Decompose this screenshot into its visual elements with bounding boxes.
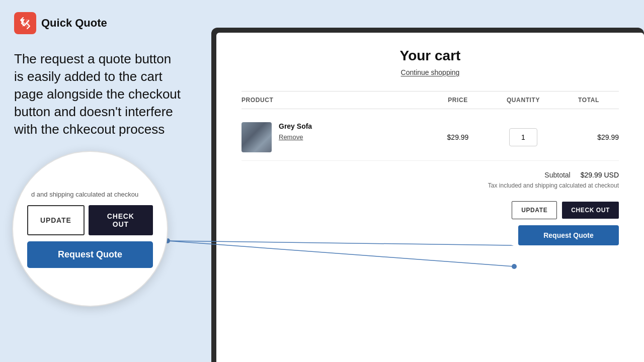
update-button-large[interactable]: UPDATE — [27, 205, 85, 235]
svg-rect-0 — [19, 17, 31, 29]
request-quote-button-large[interactable]: Request Quote — [27, 241, 153, 268]
logo-icon — [14, 12, 36, 34]
col-total: TOTAL — [558, 97, 619, 104]
logo-row: Quick Quote — [14, 12, 182, 34]
col-quantity: QUANTITY — [488, 97, 558, 104]
update-button-small[interactable]: UPDATE — [512, 201, 557, 219]
magnifier-content: d and shipping calculated at checkou UPD… — [13, 152, 167, 306]
product-quantity — [488, 128, 558, 146]
cart-page: Your cart Continue shopping PRODUCT PRIC… — [216, 33, 644, 362]
checkout-button-small[interactable]: CHECK OUT — [562, 202, 619, 219]
cart-title: Your cart — [242, 48, 619, 64]
subtotal-value: $29.99 USD — [581, 171, 619, 179]
tax-note: Tax included and shipping calculated at … — [242, 182, 619, 189]
magnifier-partial-tax: d and shipping calculated at checkou — [27, 191, 153, 198]
product-image — [242, 122, 272, 152]
continue-shopping-link[interactable]: Continue shopping — [401, 68, 460, 76]
description-text: The request a quote button is easily add… — [14, 50, 182, 138]
product-name: Grey Sofa — [279, 122, 312, 130]
checkout-button-large[interactable]: CHECK OUT — [89, 205, 153, 235]
continue-shopping-row: Continue shopping — [242, 68, 619, 77]
product-info: Grey Sofa Remove — [242, 122, 428, 152]
product-remove-link[interactable]: Remove — [279, 133, 303, 141]
monitor-screen: Your cart Continue shopping PRODUCT PRIC… — [216, 33, 644, 362]
col-price: PRICE — [428, 97, 488, 104]
request-quote-button-small[interactable]: Request Quote — [518, 225, 619, 245]
magnifier-circle: d and shipping calculated at checkou UPD… — [12, 151, 168, 307]
col-product: PRODUCT — [242, 97, 428, 104]
monitor-frame: Your cart Continue shopping PRODUCT PRIC… — [211, 28, 644, 362]
magnifier-button-row: UPDATE CHECK OUT — [27, 205, 153, 235]
table-row: Grey Sofa Remove $29.99 $29.99 — [242, 114, 619, 161]
product-price: $29.99 — [428, 133, 488, 141]
subtotal-row: Subtotal $29.99 USD — [242, 171, 619, 179]
monitor-wrapper: Your cart Continue shopping PRODUCT PRIC… — [196, 0, 644, 362]
product-image-inner — [242, 122, 272, 152]
logo-text: Quick Quote — [41, 17, 107, 30]
product-details: Grey Sofa Remove — [279, 122, 312, 141]
quote-button-row: Request Quote — [242, 225, 619, 245]
cart-table-header: PRODUCT PRICE QUANTITY TOTAL — [242, 91, 619, 109]
product-total: $29.99 — [558, 133, 619, 141]
cart-actions: UPDATE CHECK OUT — [242, 201, 619, 219]
subtotal-label: Subtotal — [544, 171, 570, 179]
quantity-input[interactable] — [509, 128, 537, 146]
